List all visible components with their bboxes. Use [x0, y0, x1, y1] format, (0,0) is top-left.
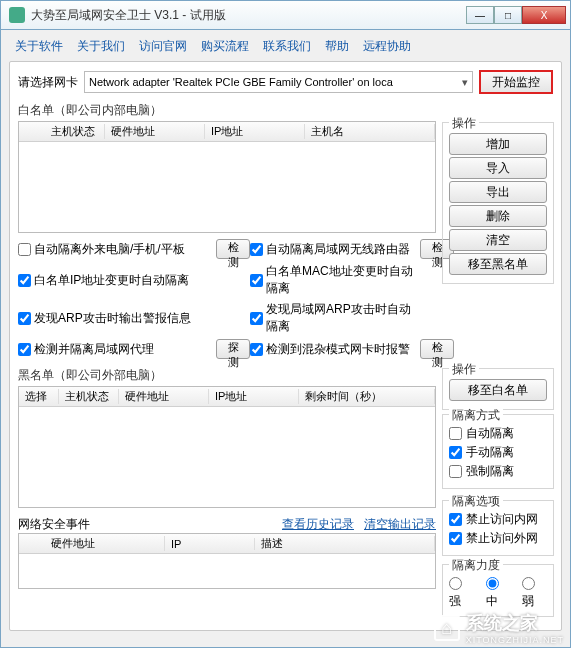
- import-button[interactable]: 导入: [449, 157, 547, 179]
- app-icon: [9, 7, 25, 23]
- level-strong-radio[interactable]: [449, 577, 462, 590]
- titlebar: 大势至局域网安全卫士 V3.1 - 试用版 — □ X: [0, 0, 571, 30]
- move-to-blacklist-button[interactable]: 移至黑名单: [449, 253, 547, 275]
- whitelist-col-status[interactable]: 主机状态: [45, 124, 105, 139]
- menu-about-us[interactable]: 关于我们: [77, 38, 125, 55]
- whitelist-table: 主机状态 硬件地址 IP地址 主机名: [18, 121, 436, 233]
- check-auto-isolate-foreign[interactable]: [18, 243, 31, 256]
- clear-button[interactable]: 清空: [449, 229, 547, 251]
- whitelist-title: 白名单（即公司内部电脑）: [18, 102, 436, 119]
- blacklist-col-status[interactable]: 主机状态: [59, 389, 119, 404]
- check-auto-isolate-router[interactable]: [250, 243, 263, 256]
- export-button[interactable]: 导出: [449, 181, 547, 203]
- menu-remote[interactable]: 远程协助: [363, 38, 411, 55]
- mode-legend: 隔离方式: [449, 407, 503, 424]
- events-title: 网络安全事件: [18, 516, 90, 533]
- events-table: 硬件地址 IP 描述: [18, 533, 436, 589]
- events-col-ip[interactable]: IP: [165, 538, 255, 550]
- mode-manual-checkbox[interactable]: [449, 446, 462, 459]
- block-intranet-checkbox[interactable]: [449, 513, 462, 526]
- ops2-legend: 操作: [449, 361, 479, 378]
- blacklist-col-time[interactable]: 剩余时间（秒）: [299, 389, 435, 404]
- whitelist-col-ip[interactable]: IP地址: [205, 124, 305, 139]
- watermark-sub: XITONGZHIJIA.NET: [466, 635, 564, 645]
- maximize-button[interactable]: □: [494, 6, 522, 24]
- check-ip-change[interactable]: [18, 274, 31, 287]
- block-internet-checkbox[interactable]: [449, 532, 462, 545]
- menu-purchase[interactable]: 购买流程: [201, 38, 249, 55]
- menu-website[interactable]: 访问官网: [139, 38, 187, 55]
- blacklist-body[interactable]: [19, 407, 435, 507]
- nic-value: Network adapter 'Realtek PCIe GBE Family…: [89, 76, 393, 88]
- menubar: 关于软件 关于我们 访问官网 购买流程 联系我们 帮助 远程协助: [9, 34, 562, 61]
- isolation-level-group: 隔离力度 强 中 弱: [442, 560, 554, 617]
- isolation-options-group: 隔离选项 禁止访问内网 禁止访问外网: [442, 496, 554, 556]
- blacklist-table: 选择 主机状态 硬件地址 IP地址 剩余时间（秒）: [18, 386, 436, 508]
- mode-auto-checkbox[interactable]: [449, 427, 462, 440]
- checks-grid: 自动隔离外来电脑/手机/平板 检测 自动隔离局域网无线路由器 检测 白名单IP地…: [18, 239, 436, 359]
- level-legend: 隔离力度: [449, 557, 503, 574]
- ops-whitelist: 操作 增加 导入 导出 删除 清空 移至黑名单: [442, 118, 554, 284]
- blacklist-col-ip[interactable]: IP地址: [209, 389, 299, 404]
- events-col-mac[interactable]: 硬件地址: [45, 536, 165, 551]
- close-button[interactable]: X: [522, 6, 566, 24]
- level-weak-radio[interactable]: [522, 577, 535, 590]
- menu-help[interactable]: 帮助: [325, 38, 349, 55]
- nic-label: 请选择网卡: [18, 74, 78, 91]
- menu-contact[interactable]: 联系我们: [263, 38, 311, 55]
- delete-button[interactable]: 删除: [449, 205, 547, 227]
- ops-blacklist: 操作 移至白名单: [442, 364, 554, 410]
- menu-about-software[interactable]: 关于软件: [15, 38, 63, 55]
- whitelist-col-host[interactable]: 主机名: [305, 124, 435, 139]
- blacklist-col-mac[interactable]: 硬件地址: [119, 389, 209, 404]
- main-panel: 请选择网卡 Network adapter 'Realtek PCIe GBE …: [9, 61, 562, 631]
- whitelist-body[interactable]: [19, 142, 435, 232]
- check-arp-isolate[interactable]: [250, 312, 263, 325]
- check-proxy-isolate[interactable]: [18, 343, 31, 356]
- probe-proxy-button[interactable]: 探测: [216, 339, 250, 359]
- blacklist-col-select[interactable]: 选择: [19, 389, 59, 404]
- mode-force-checkbox[interactable]: [449, 465, 462, 478]
- whitelist-col-mac[interactable]: 硬件地址: [105, 124, 205, 139]
- minimize-button[interactable]: —: [466, 6, 494, 24]
- add-button[interactable]: 增加: [449, 133, 547, 155]
- events-body[interactable]: [19, 554, 435, 588]
- detect-promisc-button[interactable]: 检测: [420, 339, 454, 359]
- check-promisc-alert[interactable]: [250, 343, 263, 356]
- check-arp-alert[interactable]: [18, 312, 31, 325]
- check-mac-change[interactable]: [250, 274, 263, 287]
- ops1-legend: 操作: [449, 115, 479, 132]
- window-title: 大势至局域网安全卫士 V3.1 - 试用版: [31, 7, 466, 24]
- isolation-mode-group: 隔离方式 自动隔离 手动隔离 强制隔离: [442, 410, 554, 489]
- nic-select[interactable]: Network adapter 'Realtek PCIe GBE Family…: [84, 71, 473, 93]
- opts-legend: 隔离选项: [449, 493, 503, 510]
- window-body: 关于软件 关于我们 访问官网 购买流程 联系我们 帮助 远程协助 请选择网卡 N…: [0, 30, 571, 648]
- start-monitor-button[interactable]: 开始监控: [479, 70, 553, 94]
- move-to-whitelist-button[interactable]: 移至白名单: [449, 379, 547, 401]
- detect-foreign-button[interactable]: 检测: [216, 239, 250, 259]
- events-col-desc[interactable]: 描述: [255, 536, 435, 551]
- view-history-link[interactable]: 查看历史记录: [282, 517, 354, 531]
- level-medium-radio[interactable]: [486, 577, 499, 590]
- clear-log-link[interactable]: 清空输出记录: [364, 517, 436, 531]
- blacklist-title: 黑名单（即公司外部电脑）: [18, 367, 436, 384]
